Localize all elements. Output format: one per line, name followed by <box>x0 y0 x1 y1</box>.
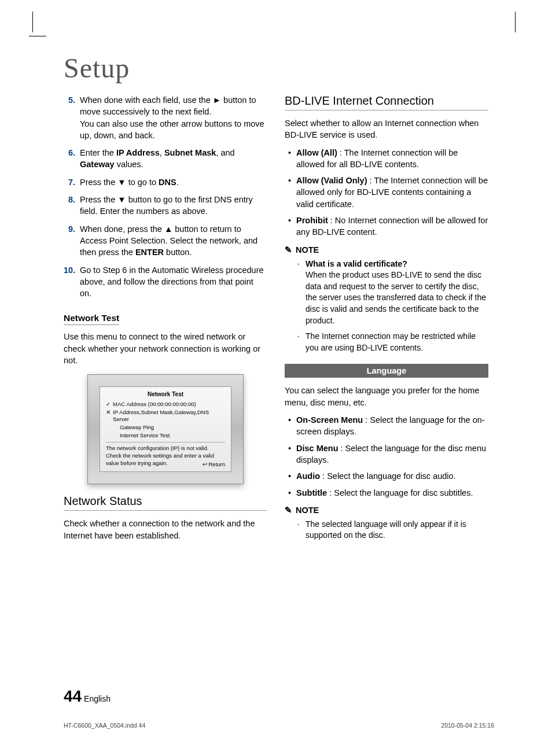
figure-row: ✕IP Address,Subnet Mask,Gateway,DNS Serv… <box>106 409 225 424</box>
step-number: 7. <box>64 176 80 188</box>
figure-row-text: MAC Address (00:00:00:00:00:00) <box>113 401 196 408</box>
language-note-label: NOTE <box>285 506 488 515</box>
figure-rows: ✓MAC Address (00:00:00:00:00:00)✕IP Addr… <box>106 401 225 440</box>
page-footer: 44 English <box>64 687 111 706</box>
network-status-heading: Network Status <box>64 495 267 511</box>
step-body: Go to Step 6 in the Automatic Wireless p… <box>80 264 267 300</box>
step-number: 8. <box>64 194 80 217</box>
step-item: 7.Press the ▼ to go to DNS. <box>64 176 267 188</box>
step-item: 10.Go to Step 6 in the Automatic Wireles… <box>64 264 267 300</box>
bullet-item: On-Screen Menu : Select the language for… <box>288 414 488 438</box>
step-body: Press the ▼ button to go to the first DN… <box>80 194 267 217</box>
network-test-heading: Network Test <box>64 313 119 325</box>
note-item: The Internet connection may be restricte… <box>297 331 488 353</box>
figure-mark-icon <box>113 432 120 440</box>
language-bullets: On-Screen Menu : Select the language for… <box>288 414 488 499</box>
page-number: 44 <box>64 687 82 705</box>
right-column: BD-LIVE Internet Connection Select wheth… <box>285 94 488 547</box>
language-notes: The selected language will only appear i… <box>297 519 488 541</box>
figure-panel: Network Test ✓MAC Address (00:00:00:00:0… <box>100 386 231 472</box>
bullet-item: Disc Menu : Select the language for the … <box>288 442 488 466</box>
step-body: Enter the IP Address, Subnet Mask, and G… <box>80 147 267 171</box>
note-item: What is a valid certificate?When the pro… <box>297 259 488 327</box>
content-columns: 5.When done with each field, use the ► b… <box>29 94 523 547</box>
step-item: 8.Press the ▼ button to go to the first … <box>64 194 267 217</box>
note-item: The selected language will only appear i… <box>297 519 488 541</box>
page-title: Setup <box>64 52 523 84</box>
bullet-item: Subtitle : Select the language for disc … <box>288 487 488 499</box>
step-body: When done, press the ▲ button to return … <box>80 223 267 259</box>
step-item: 5.When done with each field, use the ► b… <box>64 94 267 141</box>
bdlive-note-label: NOTE <box>285 245 488 255</box>
figure-row: Gateway Ping <box>106 424 225 432</box>
step-number: 9. <box>64 223 80 259</box>
figure-row: Internet Service Test <box>106 432 225 440</box>
figure-title: Network Test <box>106 390 225 399</box>
figure-row: ✓MAC Address (00:00:00:00:00:00) <box>106 401 225 408</box>
bullet-item: Allow (All) : The Internet connection wi… <box>288 147 488 171</box>
step-item: 6.Enter the IP Address, Subnet Mask, and… <box>64 147 267 171</box>
bullet-item: Allow (Valid Only) : The Internet connec… <box>288 175 488 210</box>
figure-row-text: Internet Service Test <box>120 432 170 440</box>
step-number: 6. <box>64 147 80 171</box>
figure-mark-icon: ✕ <box>106 409 113 424</box>
step-item: 9.When done, press the ▲ button to retur… <box>64 223 267 259</box>
network-status-para: Check whether a connection to the networ… <box>64 518 267 541</box>
bdlive-bullets: Allow (All) : The Internet connection wi… <box>288 147 488 238</box>
bullet-item: Prohibit : No Internet connection will b… <box>288 215 488 238</box>
bdlive-notes: What is a valid certificate?When the pro… <box>297 259 488 354</box>
network-test-figure: Network Test ✓MAC Address (00:00:00:00:0… <box>87 374 244 484</box>
figure-row-text: IP Address,Subnet Mask,Gateway,DNS Serve… <box>113 409 225 424</box>
language-para: You can select the language you prefer f… <box>285 385 488 408</box>
step-body: When done with each field, use the ► but… <box>80 94 267 141</box>
bdlive-heading: BD-LIVE Internet Connection <box>285 94 488 110</box>
manual-page: Setup 5.When done with each field, use t… <box>29 12 523 740</box>
figure-mark-icon <box>113 424 120 432</box>
step-number: 10. <box>64 264 80 300</box>
figure-row-text: Gateway Ping <box>120 424 154 432</box>
bullet-item: Audio : Select the language for disc aud… <box>288 470 488 482</box>
page-language: English <box>84 694 111 703</box>
figure-mark-icon: ✓ <box>106 401 113 408</box>
figure-return: Return <box>203 461 225 469</box>
left-column: 5.When done with each field, use the ► b… <box>64 94 267 547</box>
step-number: 5. <box>64 94 80 141</box>
network-test-para: Use this menu to connect to the wired ne… <box>64 331 267 366</box>
document-meta: HT-C6600_XAA_0504.indd 44 2010-05-04 2:1… <box>64 722 494 729</box>
bdlive-para: Select whether to allow an Internet conn… <box>285 117 488 141</box>
step-body: Press the ▼ to go to DNS. <box>80 176 267 188</box>
language-heading: Language <box>285 364 488 378</box>
setup-steps: 5.When done with each field, use the ► b… <box>64 94 267 299</box>
meta-file: HT-C6600_XAA_0504.indd 44 <box>64 722 145 729</box>
meta-timestamp: 2010-05-04 2:15:16 <box>441 722 494 729</box>
